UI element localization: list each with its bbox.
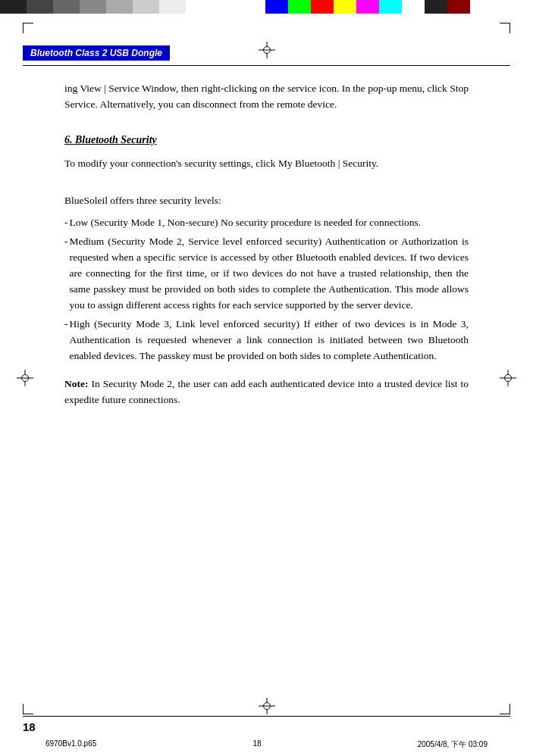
list-dash: - [64, 317, 68, 364]
note-paragraph: Note: In Security Mode 2, the user can a… [64, 376, 469, 408]
list-dash: - [64, 234, 68, 314]
section-title-text: Bluetooth Security [75, 134, 157, 145]
color-block [402, 0, 425, 14]
print-info: 6970Bv1.0.p65 18 2005/4/8, 下午 03:09 [45, 739, 488, 750]
section-title: 6. Bluetooth Security [64, 132, 469, 148]
list-text: Medium (Security Mode 2, Service level e… [70, 234, 469, 314]
color-block [186, 0, 212, 14]
color-block [265, 0, 288, 14]
page-footer: 18 [23, 716, 510, 733]
color-block [425, 0, 447, 14]
list-text: High (Security Mode 3, Link level enforc… [70, 317, 469, 364]
color-block [311, 0, 334, 14]
color-block [133, 0, 159, 14]
print-info-center: 18 [252, 739, 261, 750]
color-block [106, 0, 133, 14]
print-info-right: 2005/4/8, 下午 03:09 [418, 739, 488, 750]
list-text: Low (Security Mode 1, Non-secure) No sec… [70, 215, 422, 231]
color-block [334, 0, 356, 14]
header-line [23, 65, 510, 66]
top-color-bar [0, 0, 533, 14]
color-block [53, 0, 80, 14]
list-dash: - [64, 215, 68, 231]
color-block [159, 0, 186, 14]
color-block [447, 0, 470, 14]
color-block [80, 0, 106, 14]
list-item: - Medium (Security Mode 2, Service level… [64, 234, 469, 314]
section-paragraph-2: BlueSoleil offers three security levels: [64, 193, 469, 209]
security-list: - Low (Security Mode 1, Non-secure) No s… [64, 215, 469, 364]
page-area: Bluetooth Class 2 USB Dongle ing View | … [23, 23, 510, 718]
color-block [356, 0, 379, 14]
main-content: ing View | Service Window, then right-cl… [23, 81, 510, 408]
color-block [27, 0, 53, 14]
note-label: Note: [64, 378, 88, 389]
color-block [0, 0, 27, 14]
note-content: In Security Mode 2, the user can add eac… [64, 378, 469, 405]
print-info-left: 6970Bv1.0.p65 [45, 739, 96, 750]
product-label: Bluetooth Class 2 USB Dongle [23, 45, 170, 61]
section-paragraph-1: To modify your connection's security set… [64, 156, 469, 172]
color-block [288, 0, 311, 14]
section-number: 6. [64, 134, 73, 145]
list-item: - Low (Security Mode 1, Non-secure) No s… [64, 215, 469, 231]
page-number: 18 [23, 720, 36, 733]
color-block [379, 0, 402, 14]
list-item: - High (Security Mode 3, Link level enfo… [64, 317, 469, 364]
intro-paragraph: ing View | Service Window, then right-cl… [64, 81, 469, 113]
